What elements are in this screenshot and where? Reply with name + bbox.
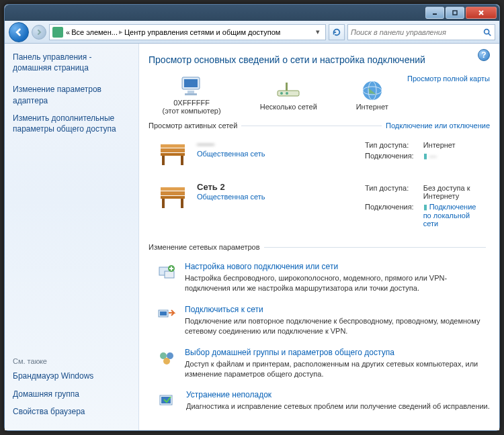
svg-rect-6: [187, 91, 194, 93]
svg-point-32: [163, 358, 170, 365]
connect-disconnect-link[interactable]: Подключение или отключение: [386, 122, 490, 130]
svg-rect-7: [185, 93, 197, 95]
settings-desc: Диагностика и исправление сетевых пробле…: [186, 401, 490, 412]
connections-label: Подключения:: [361, 151, 418, 161]
map-middle-label: Несколько сетей: [245, 103, 331, 111]
search-box[interactable]: [347, 24, 495, 40]
minimize-button[interactable]: [425, 7, 444, 19]
body: Панель управления - домашняя страница Из…: [5, 44, 499, 430]
connections-label: Подключения:: [361, 202, 418, 228]
network-entry: —— Общественная сеть Тип доступа: Интерн…: [149, 135, 490, 178]
sidebar-link-adapter-settings[interactable]: Изменение параметров адаптера: [13, 84, 132, 105]
svg-rect-24: [161, 187, 185, 191]
svg-rect-22: [162, 199, 165, 208]
bench-icon: [157, 139, 189, 171]
connection-link[interactable]: Подключение по локальной сети: [423, 203, 476, 228]
addressbar: « Все элемен... ▸ Центр управления сетям…: [5, 21, 499, 44]
svg-point-9: [280, 92, 283, 95]
nav-back-button[interactable]: [9, 22, 29, 42]
breadcrumb-item[interactable]: Центр управления сетями и общим доступом: [124, 28, 280, 36]
map-internet: Интернет: [342, 79, 402, 111]
svg-rect-23: [181, 199, 183, 208]
breadcrumb-item[interactable]: Все элемен...: [71, 28, 118, 36]
sidebar-home-link[interactable]: Панель управления - домашняя страница: [13, 52, 132, 73]
settings-title-link[interactable]: Подключиться к сети: [185, 305, 490, 314]
map-pc-sub: (этот компьютер): [149, 107, 235, 115]
close-button[interactable]: [466, 7, 497, 19]
control-panel-window: « Все элемен... ▸ Центр управления сетям…: [4, 4, 500, 431]
svg-rect-18: [181, 156, 183, 165]
bench-icon: [157, 182, 189, 214]
see-also-heading: См. также: [13, 357, 132, 365]
svg-line-3: [489, 33, 491, 36]
map-internet-label: Интернет: [342, 103, 402, 111]
settings-title-link[interactable]: Устранение неполадок: [186, 390, 490, 399]
content-area: ? Просмотр основных сведений о сети и на…: [139, 44, 499, 430]
search-icon[interactable]: [482, 28, 492, 37]
svg-point-10: [286, 92, 288, 95]
sidebar: Панель управления - домашняя страница Из…: [5, 44, 139, 430]
search-input[interactable]: [351, 28, 480, 36]
svg-rect-21: [161, 196, 185, 199]
refresh-button[interactable]: [329, 24, 345, 40]
settings-item-troubleshoot: Устранение неполадок Диагностика и испра…: [149, 385, 490, 417]
svg-rect-15: [161, 148, 185, 152]
svg-rect-26: [165, 271, 174, 278]
svg-rect-29: [160, 311, 167, 316]
computer-icon: [149, 75, 235, 99]
new-connection-icon: [157, 262, 177, 283]
map-pc-name: 0XFFFFFF: [149, 99, 235, 107]
sidebar-link-advanced-sharing[interactable]: Изменить дополнительные параметры общего…: [13, 113, 132, 134]
svg-rect-1: [453, 11, 457, 15]
change-settings-header: Изменение сетевых параметров: [149, 243, 490, 251]
settings-desc: Настройка беспроводного, широкополосного…: [185, 273, 490, 294]
breadcrumb-chevrons: «: [66, 28, 70, 36]
active-networks-label: Просмотр активных сетей: [149, 122, 237, 130]
network-name: Сеть 2: [197, 182, 351, 192]
map-this-pc: 0XFFFFFF (этот компьютер): [149, 75, 235, 115]
active-networks-header: Просмотр активных сетей Подключение или …: [149, 122, 490, 130]
settings-item-new-connection: Настройка нового подключения или сети На…: [149, 256, 490, 299]
svg-rect-11: [286, 83, 288, 91]
view-full-map-link[interactable]: Просмотр полной карты: [407, 75, 490, 83]
page-title: Просмотр основных сведений о сети и наст…: [149, 54, 490, 65]
network-type-link[interactable]: Общественная сеть: [197, 193, 265, 201]
settings-item-connect-network: Подключиться к сети Подключение или повт…: [149, 299, 490, 342]
change-settings-label: Изменение сетевых параметров: [149, 243, 260, 251]
svg-point-12: [363, 81, 382, 100]
svg-point-2: [485, 29, 489, 34]
sidebar-link-firewall[interactable]: Брандмауэр Windows: [13, 371, 132, 381]
network-map: 0XFFFFFF (этот компьютер) Несколько сете…: [149, 75, 490, 115]
access-type-value: Без доступа к Интернету: [419, 183, 489, 201]
troubleshoot-icon: [157, 390, 178, 412]
help-button[interactable]: ?: [478, 49, 490, 61]
connection-icon: ▮: [423, 203, 427, 211]
settings-item-homegroup: Выбор домашней группы и параметров общег…: [149, 342, 490, 385]
settings-title-link[interactable]: Выбор домашней группы и параметров общег…: [185, 348, 490, 357]
chevron-right-icon: ▸: [119, 28, 123, 36]
breadcrumb-dropdown-icon[interactable]: ▾: [313, 28, 323, 36]
network-entry: Сеть 2 Общественная сеть Тип доступа: Бе…: [149, 178, 490, 236]
settings-desc: Подключение или повторное подключение к …: [185, 316, 490, 337]
connection-icon: ▮: [423, 152, 427, 160]
svg-rect-19: [161, 144, 185, 148]
svg-rect-20: [161, 191, 185, 195]
homegroup-icon: [157, 348, 177, 369]
sidebar-link-homegroup[interactable]: Домашняя группа: [13, 389, 132, 399]
sidebar-link-browser-properties[interactable]: Свойства браузера: [13, 406, 132, 417]
maximize-button[interactable]: [446, 7, 464, 19]
settings-title-link[interactable]: Настройка нового подключения или сети: [185, 262, 490, 271]
network-name: ——: [197, 139, 351, 149]
access-type-value: Интернет: [419, 140, 460, 150]
map-multiple-networks: Несколько сетей: [245, 79, 331, 111]
control-panel-icon: [52, 27, 63, 38]
svg-rect-16: [161, 153, 185, 156]
network-type-link[interactable]: Общественная сеть: [197, 150, 265, 158]
titlebar: [5, 5, 499, 21]
connection-name[interactable]: —: [429, 152, 437, 160]
breadcrumb[interactable]: « Все элемен... ▸ Центр управления сетям…: [49, 24, 326, 40]
svg-rect-5: [184, 79, 198, 87]
access-type-label: Тип доступа:: [361, 140, 418, 150]
networks-icon: [245, 79, 331, 103]
nav-forward-button[interactable]: [32, 25, 46, 40]
